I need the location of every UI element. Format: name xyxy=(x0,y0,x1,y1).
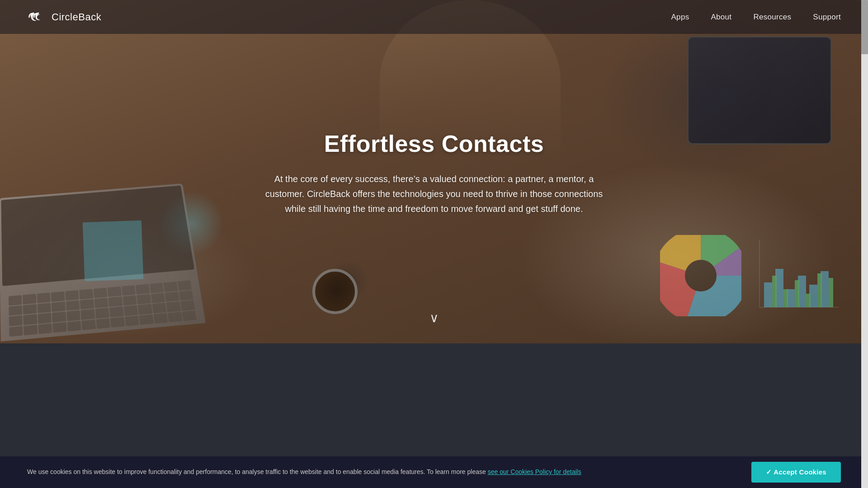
hero-content: Effortless Contacts At the core of every… xyxy=(262,130,606,216)
logo-area[interactable]: CircleBack xyxy=(27,11,101,23)
nav-item-about[interactable]: About xyxy=(711,13,731,22)
svg-rect-17 xyxy=(806,294,811,307)
svg-point-5 xyxy=(685,260,717,291)
sticky-note xyxy=(83,221,143,281)
svg-rect-16 xyxy=(795,280,799,307)
nav-item-resources[interactable]: Resources xyxy=(753,13,791,22)
pie-chart xyxy=(660,235,741,316)
main-nav: Apps About Resources Support xyxy=(671,13,841,22)
svg-rect-14 xyxy=(772,276,777,307)
hero-section: Effortless Contacts At the core of every… xyxy=(0,0,868,343)
svg-rect-19 xyxy=(829,278,833,307)
cookie-banner: We use cookies on this website to improv… xyxy=(0,456,868,488)
cookie-policy-link[interactable]: see our Cookies Policy for details xyxy=(488,468,581,475)
cookie-text-before: We use cookies on this website to improv… xyxy=(27,468,488,475)
coffee-cup xyxy=(312,269,358,314)
scrollbar[interactable] xyxy=(861,0,868,488)
site-header: CircleBack Apps About Resources Support xyxy=(0,0,868,34)
hero-subtitle: At the core of every success, there’s a … xyxy=(262,172,606,216)
logo-text: CircleBack xyxy=(52,11,101,23)
scroll-down-arrow[interactable]: ∨ xyxy=(429,310,439,325)
svg-rect-15 xyxy=(783,289,788,307)
accept-cookies-button[interactable]: ✓ Accept Cookies xyxy=(751,462,841,483)
svg-rect-18 xyxy=(817,273,822,307)
nav-item-support[interactable]: Support xyxy=(813,13,841,22)
hero-title: Effortless Contacts xyxy=(262,130,606,157)
cookie-text: We use cookies on this website to improv… xyxy=(27,468,733,477)
nav-item-apps[interactable]: Apps xyxy=(671,13,689,22)
bar-chart xyxy=(750,235,841,316)
scrollbar-thumb[interactable] xyxy=(861,0,868,54)
below-hero-section xyxy=(0,343,868,456)
svg-rect-8 xyxy=(764,282,772,307)
tablet-image xyxy=(687,36,832,145)
logo-icon xyxy=(27,11,46,23)
